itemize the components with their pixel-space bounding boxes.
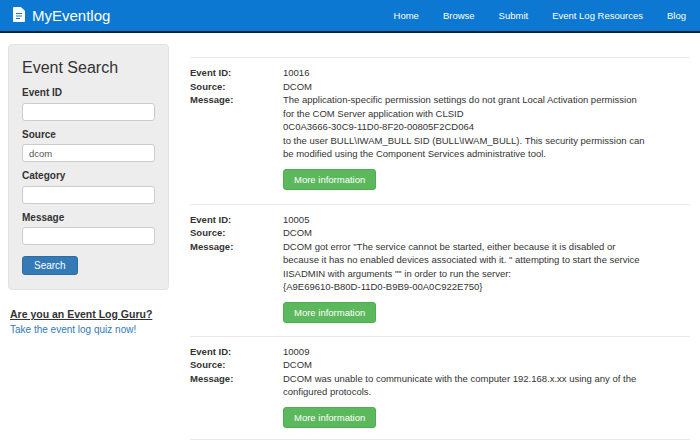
event-id-row-label: Event ID: [190,213,283,227]
more-information-button[interactable]: More information [283,169,376,190]
event-fields: Event ID: 10016 Source: DCOM Message: Th… [190,66,690,161]
document-icon [12,6,26,26]
quiz-take-link[interactable]: Take the event log quiz now! [10,324,152,335]
quiz-promo: Are you an Event Log Guru? Take the even… [10,308,152,335]
main-nav: Home Browse Submit Event Log Resources B… [394,0,686,31]
source-row-label: Source: [190,80,283,94]
message-row-label: Message: [190,372,283,399]
brand-link[interactable]: MyEventlog [0,6,110,26]
event-entry: Event ID: 10016 Source: DCOM Message: Th… [190,57,690,204]
nav-home[interactable]: Home [394,10,419,21]
event-entry: Event ID: 10005 Source: DCOM Message: DC… [190,204,690,336]
bottom-divider [190,439,690,440]
quiz-question-link[interactable]: Are you an Event Log Guru? [10,308,152,320]
source-label: Source [22,129,155,140]
brand-label: MyEventlog [32,7,110,24]
more-information-button[interactable]: More information [283,302,376,323]
event-id-label: Event ID [22,87,155,98]
source-value: DCOM [283,358,690,372]
message-value: The application-specific permission sett… [283,93,690,161]
source-row-label: Source: [190,358,283,372]
panel-title: Event Search [22,59,155,77]
message-value: DCOM got error "The service cannot be st… [283,240,690,294]
event-fields: Event ID: 10009 Source: DCOM Message: DC… [190,345,690,399]
event-id-value: 10009 [283,345,690,359]
nav-browse[interactable]: Browse [443,10,475,21]
top-navbar: MyEventlog Home Browse Submit Event Log … [0,0,700,33]
source-value: DCOM [283,226,690,240]
event-search-panel: Event Search Event ID Source Category Me… [8,44,169,290]
source-value: DCOM [283,80,690,94]
event-id-input[interactable] [22,103,155,121]
event-entry: Event ID: 10009 Source: DCOM Message: DC… [190,336,690,439]
event-id-row-label: Event ID: [190,345,283,359]
event-id-value: 10016 [283,66,690,80]
message-row-label: Message: [190,93,283,161]
nav-submit[interactable]: Submit [499,10,529,21]
category-input[interactable] [22,186,155,204]
search-button[interactable]: Search [22,256,78,275]
event-id-value: 10005 [283,213,690,227]
results-list: Event ID: 10016 Source: DCOM Message: Th… [190,57,690,440]
event-fields: Event ID: 10005 Source: DCOM Message: DC… [190,213,690,294]
nav-event-log-resources[interactable]: Event Log Resources [552,10,643,21]
message-input[interactable] [22,227,155,245]
nav-blog[interactable]: Blog [667,10,686,21]
message-value: DCOM was unable to communicate with the … [283,372,690,399]
more-information-button[interactable]: More information [283,407,376,428]
source-row-label: Source: [190,226,283,240]
message-row-label: Message: [190,240,283,294]
message-label: Message [22,212,155,223]
source-input[interactable] [22,144,155,162]
category-label: Category [22,170,155,181]
event-id-row-label: Event ID: [190,66,283,80]
